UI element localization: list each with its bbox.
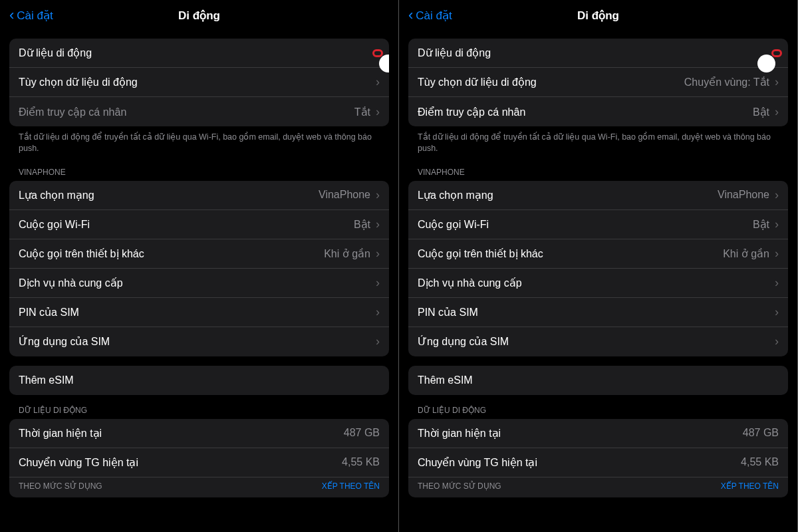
value: Tắt (354, 106, 370, 118)
group-mobile-data: Dữ liệu di động Tùy chọn dữ liệu di động… (9, 39, 389, 126)
right: Bật› (753, 105, 779, 119)
value: Khi ở gần (324, 247, 370, 260)
row-current-period: Thời gian hiện tại 487 GB (9, 419, 389, 448)
row-other-devices[interactable]: Cuộc gọi trên thiết bị khác Khi ở gần› (408, 239, 788, 269)
label: Tùy chọn dữ liệu di động (19, 76, 138, 88)
value: 487 GB (344, 427, 380, 439)
chevron-left-icon: ‹ (9, 8, 14, 23)
chevron-right-icon: › (376, 247, 380, 261)
row-network[interactable]: Lựa chọn mạng VinaPhone› (408, 181, 788, 210)
nav-bar: ‹ Cài đặt Di động (0, 0, 398, 29)
value: Bật (354, 218, 370, 231)
value: VinaPhone (319, 189, 370, 201)
right: › (376, 334, 380, 348)
back-button[interactable]: ‹ Cài đặt (408, 8, 452, 23)
chevron-right-icon: › (775, 247, 779, 261)
label: Dữ liệu di động (19, 47, 92, 59)
by-usage-label: THEO MỨC SỬ DỤNG (19, 481, 102, 491)
label: Cuộc gọi Wi-Fi (418, 218, 489, 231)
value: Bật (753, 218, 769, 231)
phone-right: ‹ Cài đặt Di động Dữ liệu di động Tùy ch… (399, 0, 798, 532)
row-sort: THEO MỨC SỬ DỤNG XẾP THEO TÊN (9, 477, 389, 497)
row-add-esim[interactable]: Thêm eSIM (408, 366, 788, 395)
label: Tùy chọn dữ liệu di động (418, 76, 537, 88)
label: Chuyển vùng TG hiện tại (418, 456, 537, 469)
sort-by-name-button[interactable]: XẾP THEO TÊN (322, 481, 380, 491)
chevron-right-icon: › (376, 75, 380, 89)
row-wifi-calling[interactable]: Cuộc gọi Wi-Fi Bật› (9, 210, 389, 239)
label: Thời gian hiện tại (418, 427, 501, 440)
label: Dịch vụ nhà cung cấp (19, 277, 123, 289)
group-carrier: Lựa chọn mạng VinaPhone› Cuộc gọi Wi-Fi … (9, 181, 389, 356)
nav-bar: ‹ Cài đặt Di động (399, 0, 797, 29)
right: VinaPhone› (718, 188, 779, 202)
chevron-left-icon: ‹ (408, 8, 413, 23)
chevron-right-icon: › (775, 276, 779, 290)
phone-left: ‹ Cài đặt Di động Dữ liệu di động Tùy ch… (0, 0, 399, 532)
sort-by-name-button[interactable]: XẾP THEO TÊN (721, 481, 779, 491)
group-usage: Thời gian hiện tại 487 GB Chuyển vùng TG… (408, 419, 788, 497)
chevron-right-icon: › (775, 105, 779, 119)
chevron-right-icon: › (376, 305, 380, 319)
row-data-options[interactable]: Tùy chọn dữ liệu di động › (9, 68, 389, 97)
right: › (775, 276, 779, 290)
back-button[interactable]: ‹ Cài đặt (9, 8, 53, 23)
usage-header: DỮ LIỆU DI ĐỘNG (408, 395, 788, 419)
row-other-devices[interactable]: Cuộc gọi trên thiết bị khác Khi ở gần› (9, 239, 389, 269)
row-wifi-calling[interactable]: Cuộc gọi Wi-Fi Bật› (408, 210, 788, 239)
chevron-right-icon: › (376, 105, 380, 119)
value: 4,55 KB (741, 456, 779, 468)
chevron-right-icon: › (376, 276, 380, 290)
content: Dữ liệu di động Tùy chọn dữ liệu di động… (0, 29, 398, 532)
value: Bật (753, 106, 769, 118)
row-mobile-data[interactable]: Dữ liệu di động (9, 39, 389, 68)
row-sim-apps[interactable]: Ứng dụng của SIM › (9, 327, 389, 356)
row-sim-apps[interactable]: Ứng dụng của SIM › (408, 327, 788, 356)
value: 4,55 KB (342, 456, 380, 468)
chevron-right-icon: › (376, 334, 380, 348)
toggle-highlight (771, 49, 782, 57)
right: Bật› (354, 217, 380, 231)
chevron-right-icon: › (376, 217, 380, 231)
row-data-options[interactable]: Tùy chọn dữ liệu di động Chuyển vùng: Tắ… (408, 68, 788, 97)
label: Dữ liệu di động (418, 47, 491, 59)
row-sort: THEO MỨC SỬ DỤNG XẾP THEO TÊN (408, 477, 788, 497)
label: Điểm truy cập cá nhân (418, 106, 525, 118)
row-add-esim[interactable]: Thêm eSIM (9, 366, 389, 395)
content: Dữ liệu di động Tùy chọn dữ liệu di động… (399, 29, 797, 532)
row-network[interactable]: Lựa chọn mạng VinaPhone› (9, 181, 389, 210)
row-current-period: Thời gian hiện tại 487 GB (408, 419, 788, 448)
row-carrier-services[interactable]: Dịch vụ nhà cung cấp › (9, 269, 389, 298)
add-esim-label: Thêm eSIM (19, 374, 74, 386)
row-hotspot[interactable]: Điểm truy cập cá nhân Bật› (408, 97, 788, 126)
value: VinaPhone (718, 189, 769, 201)
chevron-right-icon: › (775, 75, 779, 89)
row-roaming-period: Chuyển vùng TG hiện tại 4,55 KB (408, 448, 788, 477)
right: › (376, 305, 380, 319)
chevron-right-icon: › (775, 334, 779, 348)
group-carrier: Lựa chọn mạng VinaPhone› Cuộc gọi Wi-Fi … (408, 181, 788, 356)
group-mobile-data: Dữ liệu di động Tùy chọn dữ liệu di động… (408, 39, 788, 126)
chevron-right-icon: › (775, 217, 779, 231)
toggle-highlight (372, 49, 383, 57)
row-carrier-services[interactable]: Dịch vụ nhà cung cấp › (408, 269, 788, 298)
row-mobile-data[interactable]: Dữ liệu di động (408, 39, 788, 68)
carrier-header: VINAPHONE (9, 157, 389, 181)
row-sim-pin[interactable]: PIN của SIM › (408, 298, 788, 327)
right: Chuyển vùng: Tắt› (684, 75, 779, 89)
label: Cuộc gọi trên thiết bị khác (19, 247, 144, 260)
row-hotspot[interactable]: Điểm truy cập cá nhân Tắt› (9, 97, 389, 126)
right: Tắt› (354, 105, 380, 119)
label: Ứng dụng của SIM (418, 335, 509, 348)
row-sim-pin[interactable]: PIN của SIM › (9, 298, 389, 327)
label: Điểm truy cập cá nhân (19, 106, 126, 118)
right: › (376, 75, 380, 89)
right: Khi ở gần› (723, 247, 779, 261)
label: Lựa chọn mạng (19, 189, 94, 201)
mobile-data-note: Tắt dữ liệu di động để truyền tất cả dữ … (9, 126, 389, 157)
label: Thời gian hiện tại (19, 427, 102, 440)
label: Lựa chọn mạng (418, 189, 493, 201)
page-title: Di động (178, 9, 220, 23)
right: Bật› (753, 217, 779, 231)
label: PIN của SIM (19, 306, 79, 319)
